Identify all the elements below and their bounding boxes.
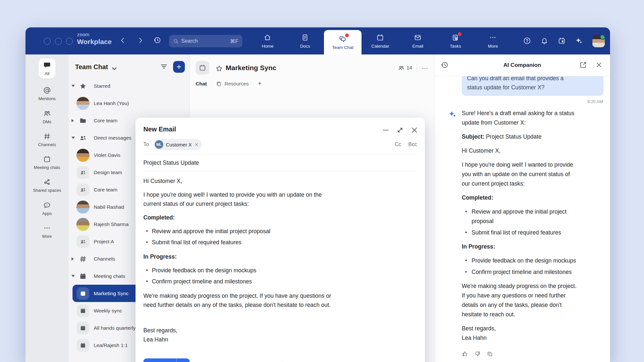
help-icon[interactable] [523,37,532,45]
thumbs-down-icon[interactable] [474,351,481,357]
user-avatar[interactable] [592,35,605,47]
shared-spaces-icon [43,178,51,186]
rail-more-icon [43,224,51,232]
search-input[interactable]: Search ⌘F [169,35,242,47]
rail-item-mentions[interactable]: Mentions [39,86,56,101]
email-signoff: Best regards, [143,326,417,335]
new-email-modal: New Email To [136,118,425,362]
rail-item-dms[interactable]: DMs [43,110,52,125]
team-chat-badge [345,34,349,37]
avatar [76,201,89,214]
add-tab-icon[interactable]: + [258,80,262,87]
minimize-icon[interactable] [382,126,388,133]
email-signature: Lea Hahn [143,335,417,344]
remove-recipient-icon[interactable] [194,143,199,147]
rail-item-meeting-chats[interactable]: Meeting chats [34,155,60,170]
resources-icon [216,81,222,87]
folder-icon [80,118,86,123]
avatar [76,149,89,162]
people-icon [80,238,86,245]
send-button[interactable]: Send [143,358,176,362]
recipients-field[interactable]: To ML Customer X Cc Bcc [143,139,417,155]
star-outline-icon[interactable] [215,65,222,71]
search-shortcut: ⌘F [230,38,238,44]
rail-item-channels[interactable]: Channels [38,132,56,147]
subject-field[interactable]: Project Status Update [143,155,417,171]
open-in-new-icon[interactable] [579,61,588,69]
window-zoom-button[interactable] [66,38,73,45]
chat-list-title-menu[interactable]: Team Chat [75,63,115,71]
tasks-badge [458,32,461,36]
thumbs-up-icon[interactable] [462,351,468,357]
tab-team-chat[interactable]: Team Chat [324,30,362,54]
caret-right-icon[interactable] [72,257,74,261]
brand-workplace: Workplace [77,38,112,45]
tab-home[interactable]: Home [249,27,286,54]
dms-icon [43,110,51,117]
rail-item-shared-spaces[interactable]: Shared spaces [33,178,61,193]
email-icon [414,34,422,42]
tab-resources[interactable]: Resources [216,81,249,87]
email-in-progress-label: In Progress: [143,252,417,261]
ai-close-icon[interactable] [595,61,604,69]
recipient-chip[interactable]: ML Customer X [153,139,202,150]
calendar-widget-icon[interactable] [558,37,566,45]
history-icon[interactable] [153,36,163,45]
tab-email[interactable]: Email [399,27,437,54]
window-minimize-button[interactable] [55,38,62,45]
caret-down-icon[interactable] [72,85,75,87]
primary-nav: Home Docs Team Chat [249,27,512,54]
back-icon[interactable] [119,37,127,45]
tab-calendar[interactable]: Calendar [362,27,399,54]
list-item-lea-hanh[interactable]: Lea Hanh (You) [69,95,189,112]
ai-bullet-item: Review and approve the initial project p… [462,207,604,226]
search-placeholder: Search [181,38,198,44]
topbar-right [523,27,605,54]
close-icon[interactable] [411,126,417,133]
tab-more[interactable]: More [474,27,512,54]
ai-response: Sure! Here's a draft email asking for a … [441,109,604,357]
calendar-icon [80,308,86,314]
new-chat-button[interactable] [173,61,185,73]
forward-icon[interactable] [137,37,145,45]
rail-item-apps[interactable]: Apps [42,201,52,216]
caret-right-icon[interactable] [72,119,74,122]
tab-tasks[interactable]: Tasks [437,27,474,54]
copy-icon[interactable] [487,351,493,357]
apps-icon [43,201,51,209]
people-icon [80,187,86,193]
avatar [76,218,89,231]
caret-down-icon[interactable] [72,137,75,139]
meeting-tile [77,339,89,352]
rail-item-more[interactable]: More [42,224,52,239]
tab-chat[interactable]: Chat [196,81,207,87]
tab-docs[interactable]: Docs [286,27,324,54]
ai-bullet-item: Submit final list of required features [462,228,604,237]
chat-more-icon[interactable]: … [422,67,429,69]
email-completed-label: Completed: [143,213,417,222]
ai-history-icon[interactable] [441,61,449,69]
email-bullet-item: Provide feedback on the design mockups [143,266,417,275]
notifications-icon[interactable] [540,37,549,45]
group-tile [77,166,89,179]
bcc-button[interactable]: Bcc [408,142,417,147]
ai-companion-icon[interactable] [575,37,584,45]
left-rail: All Mentions DMs [25,54,69,362]
list-item-starred[interactable]: Starred [69,77,189,95]
members-button[interactable]: 14 [398,65,412,71]
window-close-button[interactable] [44,38,51,45]
recipient-avatar: ML [155,140,163,149]
team-chat-icon [339,35,347,43]
rail-item-all[interactable]: All [39,58,56,79]
email-body-editor[interactable]: Hi Customer X, I hope you're doing well!… [143,171,417,344]
send-options-button[interactable] [176,358,190,362]
filter-icon[interactable] [160,63,169,71]
ai-closing: We're making steady progress on the proj… [462,281,604,319]
caret-down-icon[interactable] [72,275,75,277]
cc-button[interactable]: Cc [395,142,401,147]
expand-icon[interactable] [396,126,403,133]
send-split-button: Send [143,358,190,362]
calendar-icon [79,272,87,280]
ai-conversation: Can you draft an email that provides a s… [434,76,610,362]
email-greeting: Hi Customer X, [143,176,417,186]
